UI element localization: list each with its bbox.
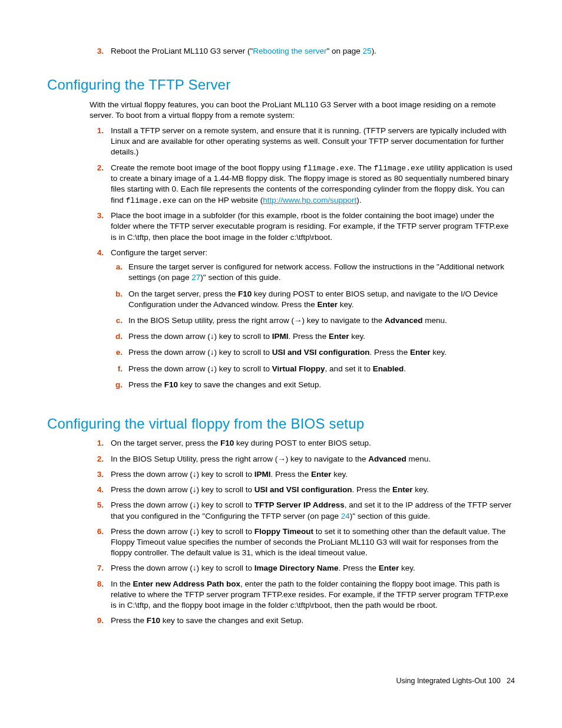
key-name: F10 [164,380,178,389]
body-text: key during POST to enter BIOS setup. [234,439,371,447]
body-text: key. [349,332,365,341]
body-text: ). [372,47,376,55]
sub-steps: a. Ensure the target server is configure… [111,262,515,392]
body-text: can on the HP website ( [176,196,263,205]
body-text: " on page [327,47,363,55]
list-marker: 1. [90,438,104,449]
body-text: . Press the [271,470,311,479]
body-text: On the target server, press the [128,289,238,298]
list-marker: 5. [90,500,104,510]
body-text: . Press the [352,485,392,494]
list-marker: e. [111,347,123,358]
key-name: Enter [317,300,338,309]
list-item: d. Press the down arrow (↓) key to scrol… [111,331,515,344]
menu-name: Advanced [368,454,406,463]
menu-name: USI and VSI configuration [272,348,370,357]
page-ref[interactable]: 25 [363,47,372,55]
body-text: key. [331,470,348,479]
body-text: Press the down arrow (↓) key to scroll t… [111,470,254,479]
menu-name: TFTP Server IP Address [254,500,345,509]
list-item: 4. Press the down arrow (↓) key to scrol… [90,485,515,498]
list-item: e. Press the down arrow (↓) key to scrol… [111,347,515,360]
list-marker: b. [111,289,123,299]
list-marker: f. [111,364,123,374]
list-marker: 4. [90,485,104,495]
list-marker: c. [111,315,123,326]
body-text: Ensure the target server is configured f… [128,262,504,282]
body-text: Place the boot image in a subfolder (for… [111,211,508,241]
code-text: flimage.exe [126,196,177,205]
intro-paragraph: With the virtual floppy features, you ca… [90,100,515,121]
body-text: key. [430,348,447,357]
continued-list: 3. Reboot the ProLiant ML110 G3 server (… [90,46,515,59]
body-text: In the BIOS Setup utility, press the rig… [128,316,385,325]
body-text: menu. [422,316,447,325]
menu-name: IPMI [254,470,271,479]
body-text: . Press the [289,332,329,341]
list-item: 3. Reboot the ProLiant ML110 G3 server (… [90,46,515,59]
list-item: 4. Configure the target server: a. Ensur… [90,248,515,398]
list-item: b. On the target server, press the F10 k… [111,289,515,312]
body-text: key. [412,485,429,494]
key-name: Enter [410,348,431,357]
body-text: Press the down arrow (↓) key to scroll t… [128,348,272,357]
footer-page: 24 [507,677,515,685]
menu-name: IPMI [272,332,289,341]
list-marker: 3. [90,469,104,480]
body-text: ). [356,196,361,205]
body-text: Create the remote boot image of the boot… [111,163,303,172]
body-text: Press the down arrow (↓) key to scroll t… [111,485,254,494]
list-item: 1. Install a TFTP server on a remote sys… [90,126,515,160]
list-item: 9. Press the F10 key to save the changes… [90,615,515,628]
footer-text: Using Integrated Lights-Out 100 [396,677,500,685]
menu-name: Advanced [385,316,423,325]
page-ref[interactable]: 27 [191,273,200,282]
cross-reference[interactable]: Rebooting the server [253,47,326,55]
list-marker: 6. [90,526,104,537]
list-marker: 3. [90,210,104,221]
body-text: Press the down arrow (↓) key to scroll t… [128,364,272,373]
list-item: 1. On the target server, press the F10 k… [90,438,515,451]
key-name: Enter [392,485,413,494]
list-item: 3. Place the boot image in a subfolder (… [90,210,515,245]
body-text: . Press the [338,564,378,572]
hyperlink[interactable]: http://www.hp.com/support [263,196,356,205]
body-text: , and set it to [325,364,373,373]
list-marker: 9. [90,615,104,626]
body-text: On the target server, press the [111,439,220,447]
list-item: 5. Press the down arrow (↓) key to scrol… [90,500,515,523]
body-text: Install a TFTP server on a remote system… [111,126,507,156]
heading-tftp: Configuring the TFTP Server [47,75,515,94]
body-text: Press the [128,380,164,389]
list-item: f. Press the down arrow (↓) key to scrol… [111,364,515,376]
body-text: Press the down arrow (↓) key to scroll t… [111,564,254,572]
field-name: Enter new Address Path box [133,579,241,588]
body-text: Press the down arrow (↓) key to scroll t… [111,500,254,509]
list-item: 7. Press the down arrow (↓) key to scrol… [90,563,515,576]
menu-name: Floppy Timeout [254,527,313,536]
list-marker: g. [111,380,123,390]
tftp-steps: 1. Install a TFTP server on a remote sys… [90,126,515,398]
list-marker: a. [111,262,123,272]
code-text: flimage.exe [303,164,353,173]
body-text: . [404,364,406,373]
page-ref[interactable]: 24 [341,512,350,521]
value-name: Enabled [373,364,404,373]
list-item: 3. Press the down arrow (↓) key to scrol… [90,469,515,482]
key-name: F10 [238,289,252,298]
body-text: )" section of this guide. [350,512,430,521]
list-marker: 2. [90,454,104,465]
body-text: Press the down arrow (↓) key to scroll t… [111,527,254,536]
list-item: c. In the BIOS Setup utility, press the … [111,315,515,328]
menu-name: Virtual Floppy [272,364,325,373]
list-item: a. Ensure the target server is configure… [111,262,515,285]
body-text: Reboot the ProLiant ML110 G3 server (" [111,47,253,55]
list-item: 6. Press the down arrow (↓) key to scrol… [90,526,515,561]
key-name: Enter [311,470,332,479]
key-name: F10 [147,616,160,625]
key-name: Enter [379,564,399,572]
list-marker: 1. [90,126,104,136]
list-marker: 8. [90,579,104,589]
body-text: Press the [111,616,147,625]
vfloppy-steps: 1. On the target server, press the F10 k… [90,438,515,628]
